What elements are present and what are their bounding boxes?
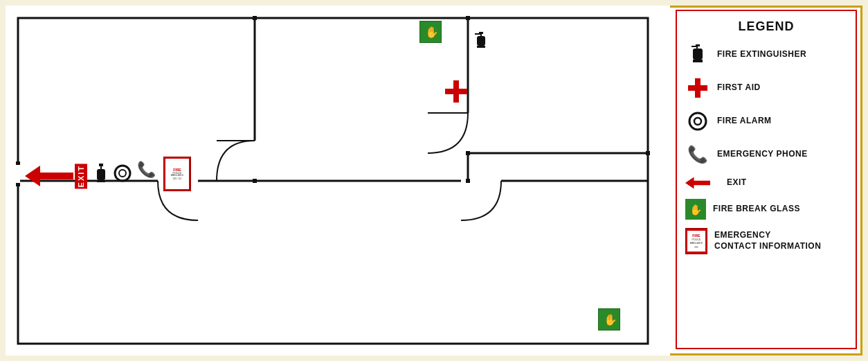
- legend-eci-label: EMERGENCY CONTACT INFORMATION: [714, 230, 821, 252]
- svg-rect-26: [100, 166, 102, 169]
- fbg-icon-top: ✋: [424, 25, 437, 39]
- legend-phone-icon: 📞: [685, 142, 710, 167]
- legend-item-exit: EXIT: [685, 175, 847, 191]
- svg-rect-18: [646, 151, 650, 155]
- fire-extinguisher-corridor: [94, 164, 108, 186]
- svg-point-30: [119, 170, 126, 177]
- svg-rect-38: [445, 89, 467, 94]
- svg-rect-42: [696, 46, 698, 49]
- svg-rect-46: [688, 85, 707, 91]
- legend-alarm-icon: [685, 109, 710, 134]
- legend-eci-icon: FIRE POLICE AMBULANCE 000: [685, 228, 707, 254]
- legend-item-phone: 📞 EMERGENCY PHONE: [685, 142, 847, 167]
- svg-rect-35: [477, 36, 485, 46]
- svg-marker-24: [25, 166, 73, 186]
- firstaid-icon: [445, 80, 467, 103]
- fire-break-glass-top: ✋: [419, 21, 442, 43]
- svg-rect-17: [466, 179, 470, 183]
- svg-marker-49: [685, 177, 710, 188]
- svg-rect-16: [466, 151, 470, 155]
- svg-rect-23: [16, 183, 20, 186]
- legend-extinguisher-label: FIRE EXTINGUISHER: [717, 49, 806, 60]
- svg-rect-44: [693, 60, 703, 62]
- floorplan: EXIT 📞 FIRE POLICE AMBULANCE 000 / 112: [6, 6, 670, 355]
- svg-rect-13: [253, 16, 257, 20]
- legend-firstaid-label: FIRST AID: [717, 82, 761, 94]
- svg-point-29: [115, 166, 130, 181]
- legend-phone-label: EMERGENCY PHONE: [717, 149, 808, 160]
- legend-item-fbg: ✋ FIRE BREAK GLASS: [685, 199, 847, 220]
- svg-rect-22: [16, 161, 20, 165]
- legend-item-alarm: FIRE ALARM: [685, 109, 847, 134]
- legend-item-firstaid: FIRST AID: [685, 76, 847, 100]
- legend-box: LEGEND FIRE EXTINGUISHER FIRST AID: [676, 10, 857, 349]
- eci-corridor: FIRE POLICE AMBULANCE 000 / 112: [163, 157, 191, 191]
- extinguisher-icon-top: [475, 32, 487, 50]
- svg-point-47: [689, 113, 706, 130]
- legend-firstaid-icon: [685, 76, 710, 100]
- svg-rect-36: [477, 46, 485, 48]
- legend-exit-label: EXIT: [727, 177, 747, 188]
- legend-eci-inner: FIRE POLICE AMBULANCE 000: [687, 231, 705, 252]
- svg-rect-14: [253, 179, 257, 183]
- fire-break-glass-bottom: ✋: [598, 308, 620, 331]
- svg-text:✋: ✋: [425, 26, 437, 39]
- legend-item-extinguisher: FIRE EXTINGUISHER: [685, 42, 847, 67]
- exit-arrow-svg: [25, 166, 73, 186]
- svg-text:✋: ✋: [604, 313, 616, 326]
- first-aid-symbol: [445, 80, 467, 105]
- legend-title: LEGEND: [685, 19, 847, 34]
- svg-rect-34: [480, 34, 482, 36]
- extinguisher-icon-corridor: [94, 164, 108, 183]
- exit-symbol-group: EXIT: [25, 164, 87, 188]
- alarm-icon-corridor: [114, 164, 132, 182]
- svg-rect-43: [693, 49, 703, 60]
- svg-point-48: [694, 118, 701, 125]
- svg-text:✋: ✋: [689, 204, 703, 216]
- svg-rect-25: [99, 164, 103, 166]
- svg-rect-15: [466, 16, 470, 20]
- legend-item-eci: FIRE POLICE AMBULANCE 000 EMERGENCY CONT…: [685, 228, 847, 254]
- svg-rect-21: [16, 164, 20, 183]
- fire-extinguisher-top: [475, 32, 487, 53]
- legend-fbg-label: FIRE BREAK GLASS: [713, 204, 800, 215]
- emergency-phone-corridor: 📞: [137, 161, 156, 179]
- legend-fbg-icon: ✋: [685, 199, 706, 220]
- fire-alarm-corridor: [114, 164, 132, 185]
- svg-rect-28: [97, 180, 105, 182]
- svg-rect-27: [97, 169, 105, 180]
- legend-exit-icon: [685, 175, 710, 191]
- legend-extinguisher-icon: [685, 42, 710, 67]
- exit-label: EXIT: [75, 164, 87, 188]
- legend-alarm-label: FIRE ALARM: [717, 116, 772, 127]
- fbg-icon-bottom: ✋: [602, 312, 616, 326]
